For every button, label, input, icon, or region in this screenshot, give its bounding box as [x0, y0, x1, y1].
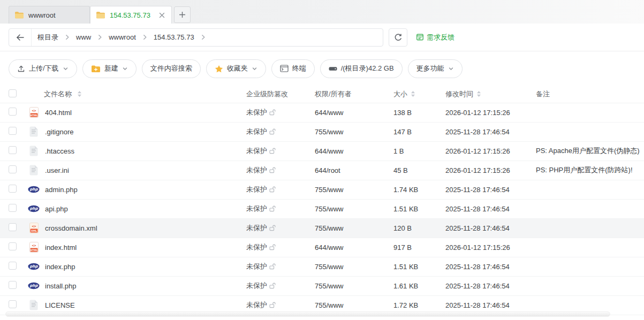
unlock-icon [269, 166, 276, 174]
column-header-tamper[interactable]: 企业级防篡改 [246, 86, 315, 103]
breadcrumb: 根目录wwwwwwroot154.53.75.73 [32, 29, 206, 46]
file-note: PS: Apache用户配置文件(伪静态) [536, 141, 644, 161]
row-checkbox[interactable] [9, 185, 17, 193]
back-button[interactable] [9, 29, 32, 46]
sort-icon [476, 90, 481, 97]
column-header-note[interactable]: 备注 [536, 86, 644, 103]
text-file-icon [28, 165, 40, 176]
file-note [536, 122, 644, 141]
table-row[interactable]: .user.ini 未保护 644/root 45 B 2026-01-12 1… [0, 161, 644, 180]
column-header-mtime[interactable]: 修改时间 [445, 89, 481, 99]
chevron-right-icon [97, 34, 103, 40]
disk-usage-button[interactable]: /(根目录)42.2 GB [320, 59, 403, 78]
tabs: wwwroot154.53.75.73 [9, 6, 172, 24]
unlock-icon [269, 301, 276, 309]
row-checkbox[interactable] [9, 281, 17, 289]
favorites-button[interactable]: 收藏夹 [206, 59, 266, 78]
select-all-checkbox[interactable] [9, 89, 17, 97]
breadcrumb-item[interactable]: www [70, 29, 97, 46]
new-tab-button[interactable] [174, 6, 191, 23]
file-name[interactable]: .user.ini [45, 166, 69, 174]
unlock-icon [269, 147, 276, 155]
file-note [536, 218, 644, 238]
file-note [536, 276, 644, 295]
tamper-status: 未保护 [246, 281, 267, 291]
chevron-down-icon [63, 66, 69, 72]
file-name[interactable]: index.html [45, 243, 77, 252]
file-tab[interactable]: 154.53.75.73 [90, 6, 172, 24]
chevron-right-icon [200, 34, 206, 40]
table-row[interactable]: .gitignore 未保护 755/www 147 B 2025-11-28 … [0, 122, 644, 141]
breadcrumb-item[interactable]: 154.53.75.73 [148, 29, 200, 46]
more-functions-button[interactable]: 更多功能 [408, 59, 463, 78]
file-name[interactable]: .gitignore [45, 128, 73, 136]
column-header-size[interactable]: 大小 [393, 89, 415, 99]
file-name[interactable]: LICENSE [45, 301, 75, 309]
file-name[interactable]: index.php [45, 263, 75, 271]
file-name[interactable]: crossdomain.xml [45, 224, 97, 232]
file-permission: 644/www [315, 103, 393, 122]
tamper-status: 未保护 [246, 165, 267, 175]
breadcrumb-item[interactable]: 根目录 [32, 29, 64, 46]
column-header-name[interactable]: 文件名称 [25, 89, 246, 99]
row-checkbox[interactable] [9, 165, 17, 173]
table-row[interactable]: php admin.php 未保护 755/www 1.74 KB 2025-1… [0, 180, 644, 199]
svg-text:php: php [29, 264, 38, 269]
row-checkbox[interactable] [9, 300, 17, 308]
file-permission: 755/www [315, 199, 393, 218]
file-name[interactable]: api.php [45, 205, 68, 213]
row-checkbox[interactable] [9, 262, 17, 270]
file-name[interactable]: .htaccess [45, 147, 74, 155]
tamper-status: 未保护 [246, 204, 267, 214]
row-checkbox[interactable] [9, 223, 17, 231]
table-row[interactable]: php api.php 未保护 755/www 1.51 KB 2025-11-… [0, 199, 644, 218]
terminal-label: 终端 [292, 64, 306, 73]
file-name[interactable]: install.php [45, 282, 77, 290]
row-checkbox[interactable] [9, 108, 17, 116]
svg-text:<>: <> [32, 243, 36, 248]
back-arrow-icon [16, 34, 25, 41]
new-label: 新建 [104, 64, 118, 73]
row-checkbox[interactable] [9, 242, 17, 250]
unlock-icon [269, 128, 276, 135]
breadcrumb-separator [200, 34, 206, 40]
upload-download-button[interactable]: 上传/下载 [9, 59, 77, 78]
tamper-status: 未保护 [246, 185, 267, 194]
new-button[interactable]: 新建 [82, 59, 137, 78]
php-file-icon: php [28, 282, 40, 289]
table-row[interactable]: <>HTML 404.html 未保护 644/www 138 B 2026-0… [0, 103, 644, 122]
row-checkbox[interactable] [9, 204, 17, 212]
file-mtime: 2026-01-12 17:15:26 [445, 161, 536, 180]
table-row[interactable]: php index.php 未保护 755/www 1.51 KB 2025-1… [0, 257, 644, 276]
file-size: 120 B [393, 218, 445, 238]
horizontal-scrollbar[interactable] [5, 311, 610, 317]
table-row[interactable]: php install.php 未保护 755/www 1.61 KB 2025… [0, 276, 644, 295]
content-search-button[interactable]: 文件内容搜索 [142, 59, 201, 78]
file-size: 138 B [393, 103, 445, 122]
file-name[interactable]: admin.php [45, 186, 78, 194]
tamper-status: 未保护 [246, 127, 267, 136]
feedback-link[interactable]: 需求反馈 [416, 33, 454, 42]
file-note [536, 199, 644, 218]
table-row[interactable]: <>HTML index.html 未保护 644/www 917 B 2026… [0, 238, 644, 257]
tamper-status: 未保护 [246, 242, 267, 252]
more-functions-label: 更多功能 [416, 64, 444, 73]
tamper-status: 未保护 [246, 300, 267, 310]
breadcrumb-item[interactable]: wwwroot [103, 29, 142, 46]
column-header-perm[interactable]: 权限/所有者 [315, 86, 393, 103]
table-row[interactable]: <>XML crossdomain.xml 未保护 755/www 120 B … [0, 218, 644, 238]
table-row[interactable]: .htaccess 未保护 644/www 1 B 2026-01-12 17:… [0, 141, 644, 161]
address-bar: 根目录wwwwwwroot154.53.75.73 需求反馈 [0, 24, 644, 51]
tab-close-button[interactable] [158, 11, 166, 19]
table-header-row: 文件名称 企业级防篡改 权限/所有者 大小 修改时间 备注 [0, 86, 644, 103]
row-checkbox[interactable] [9, 127, 17, 135]
file-name[interactable]: 404.html [45, 109, 72, 117]
chevron-right-icon [64, 34, 70, 40]
file-tab[interactable]: wwwroot [9, 6, 90, 24]
file-note: PS: PHP用户配置文件(防跨站)! [536, 161, 644, 180]
disk-usage-label: /(根目录)42.2 GB [341, 64, 394, 73]
row-checkbox[interactable] [9, 146, 17, 154]
file-mtime: 2025-11-28 17:46:54 [445, 257, 536, 276]
terminal-button[interactable]: 终端 [271, 59, 315, 78]
refresh-button[interactable] [389, 28, 407, 47]
